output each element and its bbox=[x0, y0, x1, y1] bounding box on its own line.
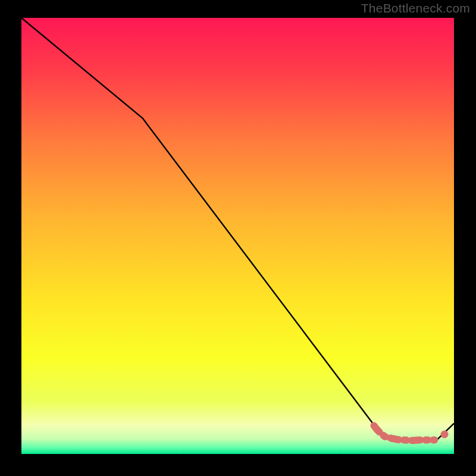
bottleneck-chart bbox=[0, 0, 476, 476]
highlight-dot bbox=[441, 431, 449, 439]
chart-stage: TheBottleneck.com bbox=[0, 0, 476, 476]
plot-background bbox=[21, 18, 454, 454]
watermark-text: TheBottleneck.com bbox=[361, 1, 470, 15]
